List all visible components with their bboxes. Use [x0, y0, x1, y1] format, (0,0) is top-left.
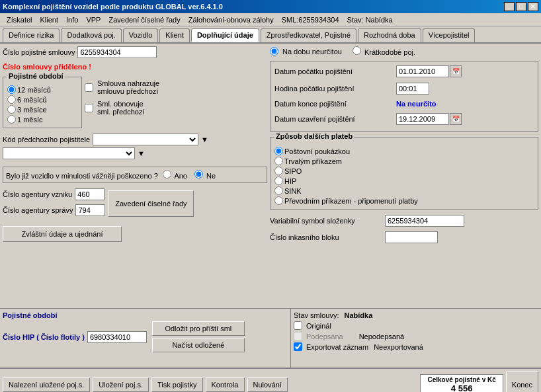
zavedeni-button[interactable]: Zavedení číselné řady [108, 190, 194, 217]
kratkodobe-radio-wrap: Krátkodobé poj. [353, 46, 415, 56]
datum-pocatku-input[interactable] [396, 65, 449, 77]
datum-uzavreni-cal-btn[interactable]: 📅 [450, 113, 462, 125]
tab-doplnujici-udaje[interactable]: Doplňující údaje [191, 28, 259, 42]
postovni-poukaz-radio[interactable] [274, 147, 283, 155]
radio-12-mesicu-input[interactable] [7, 85, 16, 94]
kod-predchoziho-select2[interactable] [3, 147, 135, 159]
exportovat-checkbox[interactable] [294, 342, 302, 351]
nulovani-button[interactable]: Nulování [247, 377, 288, 392]
variabilni-section: Variabilní symbol složenky Číslo inkasní… [270, 215, 538, 245]
kontrola-button[interactable]: Kontrola [206, 377, 245, 392]
sipo-radio[interactable] [274, 167, 283, 175]
datum-konce-row: Datum konce pojištění Na neurčito [274, 100, 534, 108]
na-dobu-label: Na dobu neurčitou [282, 48, 342, 56]
pojistne-obdobi-title: Pojistné období [7, 72, 65, 80]
cislo-inkasniho-input[interactable] [385, 231, 438, 243]
tab-definice-rizika[interactable]: Definice rizika [3, 28, 60, 42]
kod-predchoziho-row1: Kód předchozího pojistitele ▼ [3, 134, 267, 145]
original-row: Originál [294, 321, 538, 330]
odlozit-button[interactable]: Odložit pro příští sml [152, 321, 245, 336]
minimize-button[interactable]: _ [504, 2, 515, 11]
trvalym-prikazem-row: Trvalým příkazem [274, 157, 534, 165]
radio-3-mesice-input[interactable] [7, 105, 16, 114]
exportovat-row: Exportovat záznam Neexportovaná [294, 342, 538, 351]
sml-obnovuje-checkbox[interactable] [85, 104, 93, 112]
hodina-pocatku-input[interactable] [396, 83, 429, 95]
sink-radio[interactable] [274, 186, 283, 195]
bylo-vozidlo-ne-radio[interactable] [194, 170, 203, 178]
prevodnim-prikazem-row: Převodním příkazem - připomenutí platby [274, 196, 534, 205]
menu-zavedeni[interactable]: Zavedení číselné řady [104, 15, 184, 25]
tab-vozidlo[interactable]: Vozidlo [123, 28, 158, 42]
ulozeni-button[interactable]: Uložení poj.s. [93, 377, 149, 392]
kratkodobe-radio[interactable] [353, 46, 361, 55]
datum-pocatku-cal-btn[interactable]: 📅 [450, 65, 462, 77]
doba-row: Na dobu neurčitou Krátkodobé poj. [270, 46, 538, 56]
nacist-button[interactable]: Načíst odložené [152, 338, 245, 352]
datum-uzavreni-input[interactable] [396, 113, 449, 125]
tab-dodatkova-poj[interactable]: Dodatková poj. [61, 28, 121, 42]
menu-zalohovani[interactable]: Zálohování-obnova zálohy [185, 15, 278, 25]
cislo-agentury-spravy-row: Číslo agentury správy [3, 204, 105, 216]
smlouva-nahrazuje-checkbox[interactable] [85, 83, 93, 92]
main-content: Číslo pojistné smlouvy Číslo smlouvy při… [0, 44, 541, 308]
trvalym-prikazem-radio[interactable] [274, 157, 283, 165]
menu-vpp[interactable]: VPP [82, 15, 104, 25]
kod-predchoziho-select1[interactable] [93, 134, 198, 145]
na-dobu-radio[interactable] [270, 47, 278, 56]
variabilni-symbol-input[interactable] [385, 215, 464, 227]
maximize-button[interactable]: □ [516, 2, 526, 11]
cislo-hip-input[interactable] [87, 331, 147, 343]
radio-1-mesic-label: 1 měsíc [17, 116, 43, 124]
cislo-agentury-spravy-label: Číslo agentury správy [3, 206, 73, 214]
stav-smlouvy-value: Nabídka [344, 311, 372, 319]
cislo-agentury-spravy-input[interactable] [75, 204, 105, 216]
cislo-inkasniho-row: Číslo inkasního bloku [270, 231, 538, 243]
podepsana-value: Nepodepsaná [359, 333, 405, 340]
menu-klient[interactable]: Klient [36, 15, 63, 25]
bylo-vozidlo-ne-label: Ne [206, 172, 216, 180]
cislo-smlouvy-row: Číslo pojistné smlouvy [3, 46, 267, 58]
title-bar: Komplexní pojištění vozidel podle produk… [0, 0, 541, 13]
podepsana-checkbox[interactable] [294, 332, 302, 340]
datum-pocatku-label: Datum počátku pojištění [274, 67, 394, 75]
hip-radio[interactable] [274, 176, 283, 185]
menu-stav: Stav: Nabídka [343, 15, 397, 25]
tab-vicepojistitel[interactable]: Vícepojistitel [423, 28, 476, 42]
menu-ziskatel[interactable]: Získatel [3, 15, 36, 25]
tab-rozhodna-doba[interactable]: Rozhodná doba [358, 28, 421, 42]
zvlastni-button[interactable]: Zvláštní údaje a ujednání [3, 226, 122, 242]
menu-info[interactable]: Info [62, 15, 82, 25]
datum-pocatku-wrap: 📅 [396, 65, 462, 77]
original-checkbox[interactable] [294, 321, 302, 330]
tab-klient[interactable]: Klient [159, 28, 190, 42]
hodina-pocatku-label: Hodina počátku pojištění [274, 85, 394, 93]
tabs-row: Definice rizika Dodatková poj. Vozidlo K… [0, 26, 541, 44]
datum-uzavreni-wrap: 📅 [396, 113, 462, 125]
pojistne-obdobi-sub-label: Pojistné období [3, 311, 58, 319]
sub-bottom: Pojistné období Číslo HIP ( Číslo flotil… [0, 308, 541, 368]
radio-6-mesicu-input[interactable] [7, 95, 16, 104]
cislo-agentury-vzniku-input[interactable] [75, 188, 104, 200]
sub-right-panel: Stav smlouvy: Nabídka Originál Podepsána… [291, 309, 541, 368]
variabilni-symbol-label: Variabilní symbol složenky [270, 217, 382, 225]
sipo-label: SIPO [284, 167, 302, 175]
prevodnim-prikazem-radio[interactable] [274, 196, 283, 205]
cislo-smlouvy-input[interactable] [77, 46, 157, 58]
tab-zprostredkovatel[interactable]: Zprostředkovatel, Pojistné [261, 28, 356, 42]
bylo-vozidlo-ano-radio[interactable] [163, 170, 171, 178]
exportovat-label: Exportovat záznam [306, 343, 368, 351]
radio-1-mesic-input[interactable] [7, 115, 16, 124]
close-button[interactable]: ✕ [528, 2, 538, 11]
original-label: Originál [306, 322, 331, 330]
cislo-hip-label: Číslo HIP ( Číslo flotily ) [3, 333, 85, 341]
datum-group: Datum počátku pojištění 📅 Hodina počátku… [270, 61, 538, 132]
footer-total: Celkové pojistné v Kč 4 556 Konec [420, 372, 538, 392]
total-value: 4 556 [427, 383, 495, 392]
zpusob-plateb-title: Způsob dalších plateb [274, 132, 354, 140]
nalezeni-button[interactable]: Nalezení uložené poj.s. [3, 377, 90, 392]
tisk-button[interactable]: Tisk pojistky [151, 377, 203, 392]
cislo-smlouvy-label: Číslo pojistné smlouvy [3, 48, 75, 56]
cislo-prideleno-label: Číslo smlouvy přiděleno ! [3, 63, 91, 71]
konec-button[interactable]: Konec [506, 372, 538, 392]
